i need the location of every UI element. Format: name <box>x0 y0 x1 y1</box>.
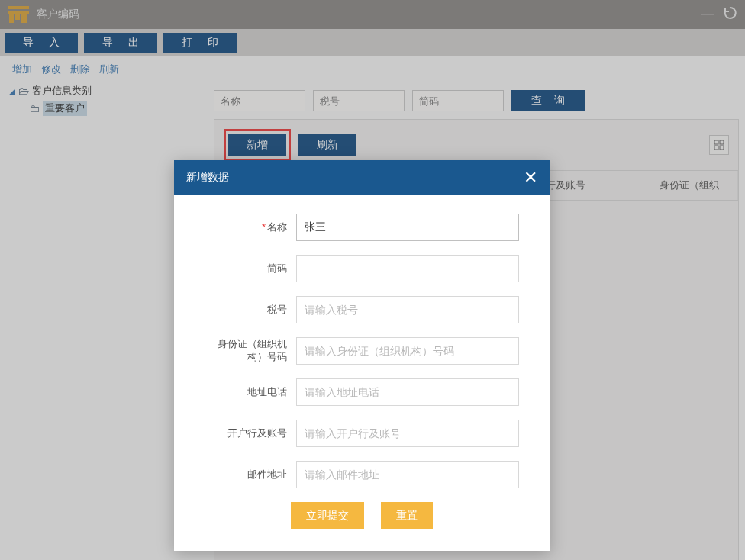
name-value: 张三 <box>305 220 326 234</box>
bank-field[interactable] <box>296 420 519 447</box>
label-name: *名称 <box>205 221 296 234</box>
modal-header: 新增数据 ✕ <box>174 160 550 195</box>
label-bank: 开户行及账号 <box>205 427 296 440</box>
close-icon[interactable]: ✕ <box>524 169 537 186</box>
name-field[interactable]: 张三 <box>296 214 519 241</box>
tax-field[interactable] <box>296 296 519 323</box>
label-code: 简码 <box>205 262 296 275</box>
idcard-field[interactable] <box>296 337 519 365</box>
label-addr: 地址电话 <box>205 386 296 399</box>
label-tax: 税号 <box>205 304 296 317</box>
label-idcard: 身份证（组织机构）号码 <box>205 338 296 364</box>
text-caret <box>327 221 327 233</box>
label-email: 邮件地址 <box>205 468 296 481</box>
modal-title: 新增数据 <box>186 171 229 185</box>
addr-field[interactable] <box>296 378 519 406</box>
modal-add: 新增数据 ✕ *名称 张三 简码 税号 身份证（组织机构）号码 地址电话 开户行… <box>174 160 550 551</box>
modal-body: *名称 张三 简码 税号 身份证（组织机构）号码 地址电话 开户行及账号 邮件地… <box>174 195 550 551</box>
code-field[interactable] <box>296 255 519 282</box>
email-field[interactable] <box>296 461 519 488</box>
submit-button[interactable]: 立即提交 <box>291 502 364 529</box>
reset-button[interactable]: 重置 <box>381 502 433 529</box>
